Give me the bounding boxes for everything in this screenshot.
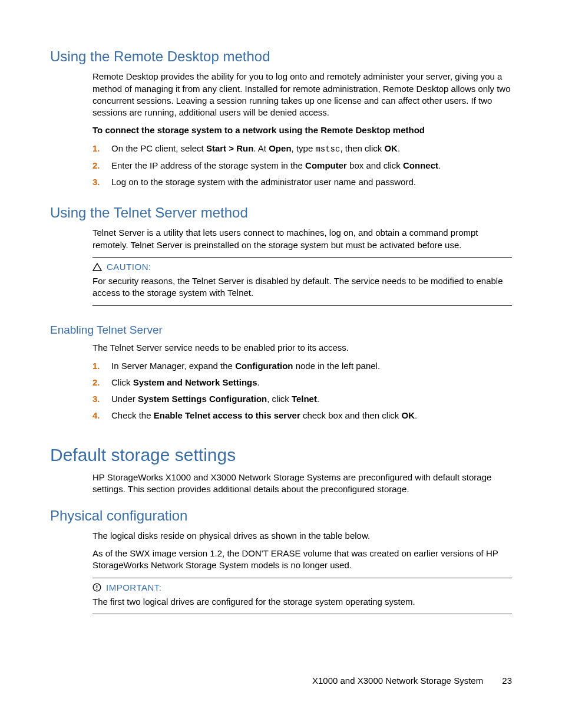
text: . At bbox=[253, 143, 269, 153]
list-item: On the PC client, select Start > Run. At… bbox=[92, 143, 512, 160]
heading-remote-desktop: Using the Remote Desktop method bbox=[50, 47, 512, 66]
list-item: Click System and Network Settings. bbox=[92, 377, 512, 393]
important-body: The first two logical drives are configu… bbox=[92, 596, 512, 608]
bold-text: Telnet bbox=[292, 394, 317, 404]
paragraph: Remote Desktop provides the ability for … bbox=[92, 71, 512, 118]
text: . bbox=[398, 143, 400, 153]
page-number: 23 bbox=[502, 676, 512, 686]
divider bbox=[92, 305, 512, 306]
paragraph: Telnet Server is a utility that lets use… bbox=[92, 227, 512, 251]
text: check box and then click bbox=[300, 410, 402, 420]
divider bbox=[92, 578, 512, 578]
heading-enabling-telnet: Enabling Telnet Server bbox=[50, 322, 512, 338]
heading-physical-config: Physical configuration bbox=[50, 506, 512, 525]
text: , click bbox=[267, 394, 292, 404]
paragraph: The logical disks reside on physical dri… bbox=[92, 530, 512, 542]
code-text: mstsc bbox=[315, 144, 340, 154]
bold-text: System and Network Settings bbox=[133, 377, 257, 387]
paragraph: As of the SWX image version 1.2, the DON… bbox=[92, 548, 512, 572]
bold-text: Enable Telnet access to this server bbox=[154, 410, 300, 420]
list-item: Check the Enable Telnet access to this s… bbox=[92, 410, 512, 426]
bold-text: Configuration bbox=[235, 361, 293, 371]
steps-list: In Server Manager, expand the Configurat… bbox=[92, 360, 512, 427]
heading-telnet-method: Using the Telnet Server method bbox=[50, 203, 512, 222]
text: . bbox=[438, 160, 441, 170]
text: , then click bbox=[340, 143, 384, 153]
bold-text: Start > Run bbox=[206, 143, 253, 153]
heading-default-storage: Default storage settings bbox=[50, 443, 512, 467]
text: . bbox=[317, 394, 319, 404]
list-item: Log on to the storage system with the ad… bbox=[92, 176, 512, 193]
svg-point-2 bbox=[97, 589, 98, 590]
steps-list: On the PC client, select Start > Run. At… bbox=[92, 143, 512, 193]
caution-icon bbox=[92, 263, 102, 271]
page-footer: X1000 and X3000 Network Storage System 2… bbox=[312, 675, 512, 687]
bold-text: Computer bbox=[305, 160, 347, 170]
divider bbox=[92, 257, 512, 258]
text: . bbox=[257, 377, 260, 387]
task-label: To connect the storage system to a netwo… bbox=[92, 124, 512, 136]
list-item: Enter the IP address of the storage syst… bbox=[92, 160, 512, 176]
bold-text: Connect bbox=[403, 160, 438, 170]
bold-text: OK bbox=[402, 410, 415, 420]
text: Under bbox=[111, 394, 138, 404]
text: node in the left panel. bbox=[293, 361, 380, 371]
text: In Server Manager, expand the bbox=[111, 361, 235, 371]
list-item: Under System Settings Configuration, cli… bbox=[92, 393, 512, 410]
footer-title: X1000 and X3000 Network Storage System bbox=[312, 676, 483, 686]
text: Check the bbox=[111, 410, 154, 420]
caution-block: CAUTION: For security reasons, the Telne… bbox=[92, 261, 512, 299]
paragraph: The Telnet Server service needs to be en… bbox=[92, 342, 512, 354]
important-label: IMPORTANT: bbox=[106, 582, 161, 594]
caution-label: CAUTION: bbox=[107, 261, 151, 273]
bold-text: Open bbox=[269, 143, 291, 153]
text: , type bbox=[292, 143, 316, 153]
list-item: In Server Manager, expand the Configurat… bbox=[92, 360, 512, 377]
important-block: IMPORTANT: The first two logical drives … bbox=[92, 582, 512, 608]
text: box and click bbox=[347, 160, 403, 170]
text: On the PC client, select bbox=[111, 143, 206, 153]
important-icon bbox=[92, 583, 101, 592]
text: . bbox=[415, 410, 417, 420]
caution-body: For security reasons, the Telnet Server … bbox=[92, 275, 512, 299]
text: Enter the IP address of the storage syst… bbox=[111, 160, 305, 170]
divider bbox=[92, 614, 512, 614]
bold-text: System Settings Configuration bbox=[138, 394, 267, 404]
bold-text: OK bbox=[384, 143, 398, 153]
text: Click bbox=[111, 377, 133, 387]
paragraph: HP StorageWorks X1000 and X3000 Network … bbox=[92, 472, 512, 496]
